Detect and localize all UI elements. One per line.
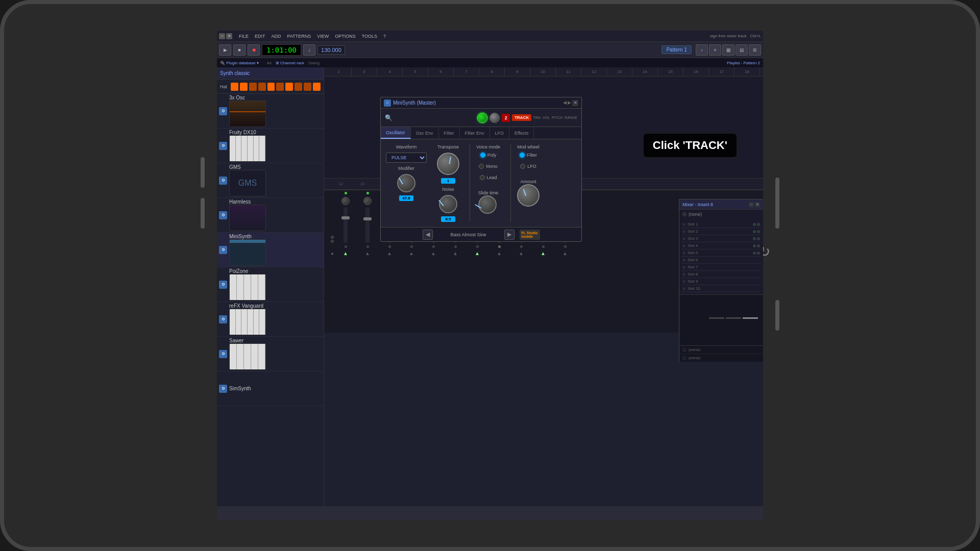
stop-button[interactable]: ■ xyxy=(233,44,246,56)
pitch-3[interactable]: ▲ xyxy=(379,251,400,256)
menu-tools[interactable]: TOOLS xyxy=(359,33,380,40)
power-button[interactable] xyxy=(775,178,779,229)
mixer-button[interactable]: ≡ xyxy=(709,44,721,56)
channel-item-sawer[interactable]: ⚙ Sawer xyxy=(217,337,324,371)
playlist-button[interactable]: ▤ xyxy=(736,44,748,56)
pitch-4[interactable]: ▲ xyxy=(401,251,422,256)
volume-up-button[interactable] xyxy=(201,157,205,188)
close-button[interactable]: ✕ xyxy=(226,33,232,39)
radio-lead[interactable] xyxy=(480,175,485,180)
radio-poly[interactable] xyxy=(480,153,485,158)
metronome-button[interactable]: ♩ xyxy=(303,44,315,56)
tab-osc-env[interactable]: Osc Env xyxy=(411,127,439,139)
plugin-led-1[interactable] xyxy=(477,113,487,123)
hat-btn-1[interactable] xyxy=(231,83,238,91)
mixer-slot-5[interactable]: Slot 5 xyxy=(681,249,761,257)
channel-item-gms[interactable]: ⚙ GMS GMS xyxy=(217,163,324,198)
voice-mono-row[interactable]: Mono xyxy=(479,164,498,169)
hat-btn-2[interactable] xyxy=(240,83,248,91)
pan-1[interactable] xyxy=(341,197,350,205)
menu-add[interactable]: ADD xyxy=(269,33,284,40)
hat-btn-7[interactable] xyxy=(285,83,293,91)
pitch-5[interactable]: ▲ xyxy=(423,251,444,256)
channel-item-poizone[interactable]: ⚙ PoiZone xyxy=(217,267,324,302)
fader-strip-1[interactable] xyxy=(344,207,348,243)
menu-help[interactable]: ? xyxy=(381,33,388,40)
menu-edit[interactable]: EDIT xyxy=(252,33,268,40)
preset-prev-button[interactable]: ◀ xyxy=(423,230,433,240)
menu-file[interactable]: FILE xyxy=(236,33,251,40)
voice-poly-row[interactable]: Poly xyxy=(480,153,497,158)
record-button[interactable]: ⏺ xyxy=(248,44,260,56)
play-button[interactable]: ▶ xyxy=(219,44,231,56)
plugin-led-2[interactable] xyxy=(489,113,500,123)
channel-item-harmless[interactable]: ⚙ Harmless xyxy=(217,198,324,233)
pitch-9[interactable]: ▲ xyxy=(510,251,532,256)
channel-item-fruitydx10[interactable]: ⚙ Fruity DX10 xyxy=(217,129,324,163)
mixer-slot-7[interactable]: Slot 7 xyxy=(681,264,761,271)
fader-toggle-2[interactable] xyxy=(331,240,334,243)
pitch-2[interactable]: ▲ xyxy=(357,251,378,256)
pitch-8[interactable]: ▲ xyxy=(488,251,510,256)
volume-down-button[interactable] xyxy=(201,198,205,229)
pan-2[interactable] xyxy=(363,197,372,205)
channel-item-simsynth[interactable]: ⚙ SimSynth xyxy=(217,371,324,406)
hat-btn-5[interactable] xyxy=(267,83,275,91)
tab-lfo[interactable]: LFO xyxy=(490,127,510,139)
voice-lead-row[interactable]: Lead xyxy=(480,175,497,180)
pitch-7[interactable]: ▲ xyxy=(467,251,488,256)
plugin-search-icon[interactable]: 🔍 xyxy=(385,114,393,121)
channel-item-minisynth[interactable]: ⚙ MiniSynth xyxy=(217,233,324,267)
amount-knob[interactable] xyxy=(517,184,540,207)
waveform-select[interactable]: PULSE SAW SINE TRIANGLE xyxy=(386,153,427,163)
channel-item-3xosc[interactable]: ⚙ 3x Osc xyxy=(217,94,324,129)
tab-oscillator[interactable]: Oscillator xyxy=(381,127,411,139)
mixer-horiz-fader-2[interactable] xyxy=(726,317,741,319)
radio-mono[interactable] xyxy=(479,164,484,169)
pitch-11[interactable]: ▲ xyxy=(554,251,576,256)
mixer-close[interactable]: ✕ xyxy=(755,202,760,207)
mixer-slot-4[interactable]: Slot 4 xyxy=(681,242,761,249)
mod-lfo-row[interactable]: LFO xyxy=(520,164,536,169)
mixer-minimize[interactable]: ─ xyxy=(749,202,754,207)
menu-patterns[interactable]: PATTERNS xyxy=(285,33,314,40)
tab-filter-env[interactable]: Filter Env xyxy=(460,127,490,139)
piano-button[interactable]: ♪ xyxy=(696,44,708,56)
minimize-button[interactable]: ─ xyxy=(219,33,225,39)
playlist-label[interactable]: Playlist - Pattern 2 xyxy=(727,61,760,65)
pitch-10[interactable]: ▲ xyxy=(532,251,554,256)
plugin-close[interactable]: ✕ xyxy=(572,100,578,106)
channel-item-vanguard[interactable]: ⚙ reFX Vanguard xyxy=(217,302,324,337)
track-button[interactable]: TRACK xyxy=(512,114,531,121)
slide-time-knob[interactable] xyxy=(478,195,497,214)
channel-rack-label[interactable]: ⊞ Channel rack xyxy=(276,61,304,65)
mod-filter-row[interactable]: Filter xyxy=(520,153,537,158)
mixer-slot-10[interactable]: Slot 10 xyxy=(681,285,761,292)
mixer-horiz-fader-3[interactable] xyxy=(743,317,758,319)
pattern-selector[interactable]: Pattern 1 xyxy=(662,45,692,54)
home-button[interactable] xyxy=(775,300,779,331)
modifier-knob[interactable] xyxy=(397,174,415,192)
fader-toggle-1[interactable] xyxy=(331,236,334,239)
mixer-slot-9[interactable]: Slot 9 xyxy=(681,278,761,285)
channel-rack-button[interactable]: ▦ xyxy=(722,44,734,56)
radio-mod-lfo[interactable] xyxy=(520,164,525,169)
hat-btn-9[interactable] xyxy=(304,83,311,91)
mixer-slot-3[interactable]: Slot 3 xyxy=(681,235,761,242)
menu-options[interactable]: OPTIONS xyxy=(332,33,358,40)
transpose-knob[interactable] xyxy=(437,153,459,175)
noise-knob[interactable] xyxy=(439,195,457,213)
fader-strip-2[interactable] xyxy=(365,207,370,243)
hat-btn-8[interactable] xyxy=(295,83,302,91)
hat-btn-4[interactable] xyxy=(258,83,266,91)
hat-btn-3[interactable] xyxy=(249,83,257,91)
pitch-1[interactable]: ▲ xyxy=(335,251,356,256)
bpm-display[interactable]: 130.000 xyxy=(317,45,345,55)
hat-btn-10[interactable] xyxy=(313,83,321,91)
tab-effects[interactable]: Effects xyxy=(509,127,534,139)
tab-filter[interactable]: Filter xyxy=(439,127,460,139)
preset-next-button[interactable]: ▶ xyxy=(504,230,514,240)
hat-btn-6[interactable] xyxy=(276,83,284,91)
browser-button[interactable]: ⊞ xyxy=(749,44,761,56)
mixer-horiz-fader-1[interactable] xyxy=(709,317,724,319)
